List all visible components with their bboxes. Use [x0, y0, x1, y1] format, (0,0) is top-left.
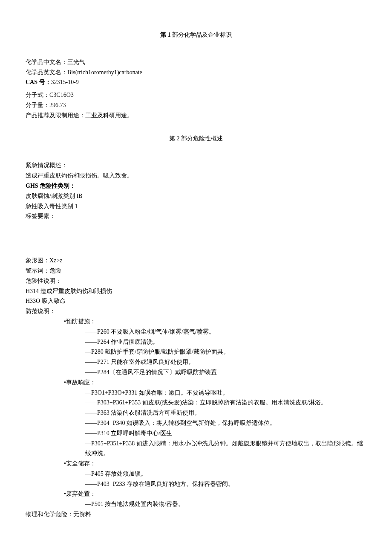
- product-usage-value: 工业及科研用途。: [85, 112, 133, 119]
- section-2-title-text: 第 2 部分危险性概述: [169, 135, 223, 142]
- pictogram: 象形图：Xz>z: [26, 256, 366, 266]
- precaution-p260: ——P260 不要吸入粉尘/烟/气体/烟雾/蒸气/喷雾。: [26, 327, 366, 337]
- physical-chemical-hazard-label: 物理和化学危险：: [26, 511, 73, 517]
- product-usage: 产品推荐及限制用途：工业及科研用途。: [26, 110, 366, 121]
- precaution-p264: ——P264 作业后彻底清洗。: [26, 337, 366, 347]
- precaution-p310: ——P310 立即呼叫解毒中心/医生: [26, 428, 366, 439]
- hazard-statement-label: 危险性说明：: [26, 276, 366, 286]
- chemical-name-cn-label: 化学品中文名：: [26, 59, 67, 65]
- physical-chemical-hazard: 物理和化学危险：无资料: [26, 509, 366, 520]
- cas-number-value: 32315-10-9: [51, 79, 79, 85]
- molecular-weight-value: 296.73: [49, 102, 66, 108]
- cas-number: CAS 号：32315-10-9: [26, 77, 366, 87]
- label-elements: 标签要素：: [26, 211, 366, 221]
- precaution-p301: —P3O1+P33O+P331 如误吞咽：漱口。不要诱导呕吐。: [26, 388, 366, 398]
- precaution-p363: ——P363 沾染的衣服清洗后方可重新使用。: [26, 408, 366, 418]
- precaution-p405: —P405 存放处须加锁。: [26, 469, 366, 479]
- chemical-name-en-value: Bis(trich1oromethy1)carbonate: [67, 69, 142, 76]
- ghs-category-line1: 皮肤腐蚀/刺激类别 IB: [26, 191, 366, 201]
- section-1-title-bold: 第 1: [160, 32, 172, 38]
- signal-word: 警示词：危险: [26, 266, 366, 276]
- cas-number-label: CAS 号：: [26, 79, 51, 85]
- hazard-h314: H314 造成严重皮肤灼伤和眼损伤: [26, 286, 366, 296]
- emergency-overview-value: 造成严重皮肤灼伤和眼损伤。吸入致命。: [26, 171, 366, 181]
- ghs-category-line2: 急性吸入毒性类别 1: [26, 201, 366, 212]
- section-2-title: 第 2 部分危险性概述: [26, 134, 366, 144]
- molecular-formula-label: 分子式：: [26, 92, 49, 98]
- precaution-p501: —P501 按当地法规处置内装物/容器。: [26, 499, 366, 509]
- emergency-overview-label: 紧急情况概述：: [26, 160, 366, 171]
- chemical-name-cn: 化学品中文名：三光气: [26, 57, 366, 67]
- signal-word-label: 警示词：: [26, 267, 49, 274]
- molecular-formula: 分子式：C3C16O3: [26, 90, 366, 100]
- signal-word-value: 危险: [49, 267, 61, 274]
- precaution-p303: ——P303+P361+P353 如皮肤(或头发)沾染：立即脱掉所有沾染的衣服。…: [26, 398, 366, 408]
- precaution-label: 防范说明：: [26, 306, 366, 317]
- ghs-category-label: GHS 危险性类别：: [26, 181, 366, 191]
- product-usage-label: 产品推荐及限制用途：: [26, 112, 85, 119]
- molecular-formula-value: C3C16O3: [49, 92, 74, 98]
- section-1-title: 第 1 部分化学品及企业标识: [26, 30, 366, 40]
- molecular-weight: 分子量：296.73: [26, 100, 366, 110]
- hazard-h330: H33O 吸入致命: [26, 296, 366, 306]
- physical-chemical-hazard-value: 无资料: [73, 511, 91, 517]
- pictogram-label: 象形图：: [26, 257, 49, 264]
- pictogram-value: Xz>z: [49, 257, 62, 264]
- precaution-p304: ——P304+P340 如误吸入：将人转移到空气新鲜处，保持呼吸舒适体位。: [26, 418, 366, 428]
- precaution-p284: ——P284〔在通风不足的情况下〕戴呼吸防护装置: [26, 367, 366, 378]
- chemical-name-cn-value: 三光气: [67, 59, 85, 65]
- precaution-p271: ——P271 只能在室外或通风良好处使用。: [26, 357, 366, 367]
- precaution-p280: —P280 戴防护手套/穿防护服/戴防护眼罩/戴防护面具。: [26, 347, 366, 357]
- chemical-name-en: 化学品英文名：Bis(trich1oromethy1)carbonate: [26, 67, 366, 78]
- prevention-header: •预防措施：: [26, 317, 366, 327]
- disposal-header: •废弃处置：: [26, 489, 366, 499]
- storage-header: •安全储存：: [26, 459, 366, 469]
- response-header: •事故响应：: [26, 378, 366, 388]
- chemical-name-en-label: 化学品英文名：: [26, 69, 67, 76]
- precaution-p305: —P305+P351+P338 如进入眼睛：用水小心冲洗几分钟。如戴隐形眼镜并可…: [26, 439, 366, 459]
- precaution-p403: ——P403+P233 存放在通风良好的地方。保持容器密闭。: [26, 479, 366, 489]
- molecular-weight-label: 分子量：: [26, 102, 49, 108]
- section-1-title-rest: 部分化学品及企业标识: [172, 32, 232, 38]
